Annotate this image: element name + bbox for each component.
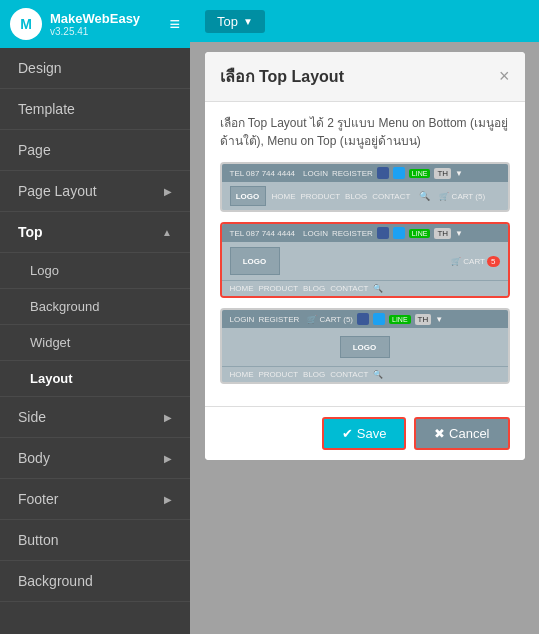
sidebar-item-label: Template: [18, 101, 75, 117]
login-text: LOGIN: [303, 229, 328, 238]
twitter-icon: [373, 313, 385, 325]
layout-modal: เลือก Top Layout × เลือก Top Layout ได้ …: [205, 52, 525, 460]
option2-middle: LOGO 🛒 CART 5: [222, 242, 508, 280]
twitter-icon: [393, 167, 405, 179]
sidebar-item-label: Footer: [18, 491, 58, 507]
cancel-button[interactable]: ✖ Cancel: [414, 417, 509, 450]
register-text: REGISTER: [332, 229, 373, 238]
modal-body: เลือก Top Layout ได้ 2 รูปแบบ Menu on Bo…: [205, 102, 525, 406]
sidebar-item-body[interactable]: Body ▶: [0, 438, 190, 479]
top-bar-label[interactable]: Top ▼: [205, 10, 265, 33]
modal-title: เลือก Top Layout: [220, 64, 344, 89]
flag-icon: TH: [434, 228, 451, 239]
sidebar-item-label: Side: [18, 409, 46, 425]
save-button[interactable]: ✔ Save: [322, 417, 406, 450]
sidebar-sub-label: Layout: [30, 371, 73, 386]
twitter-icon: [393, 227, 405, 239]
modal-footer: ✔ Save ✖ Cancel: [205, 406, 525, 460]
register-text: REGISTER: [258, 315, 299, 324]
chevron-up-icon: ▲: [162, 227, 172, 238]
sidebar-item-widget[interactable]: Widget: [0, 325, 190, 361]
logo-placeholder: LOGO: [230, 186, 266, 206]
login-text: LOGIN: [303, 169, 328, 178]
option3-nav: HOME PRODUCT BLOG CONTACT 🔍: [222, 366, 508, 382]
sidebar-item-label: Design: [18, 60, 62, 76]
sidebar-item-logo[interactable]: Logo: [0, 253, 190, 289]
facebook-icon: [377, 167, 389, 179]
sidebar-item-layout[interactable]: Layout: [0, 361, 190, 397]
layout-option-3[interactable]: LOGIN REGISTER 🛒 CART (5) LINE TH ▼ LOGO…: [220, 308, 510, 384]
layout-option-1[interactable]: TEL 087 744 4444 LOGIN REGISTER LINE TH …: [220, 162, 510, 212]
logo-placeholder: LOGO: [230, 247, 280, 275]
logo-placeholder: LOGO: [340, 336, 390, 358]
sidebar-item-button[interactable]: Button: [0, 520, 190, 561]
cart-text: 🛒 CART 5: [451, 257, 499, 266]
sidebar-item-design[interactable]: Design: [0, 48, 190, 89]
sidebar-item-side[interactable]: Side ▶: [0, 397, 190, 438]
option3-logo-row: LOGO: [222, 328, 508, 366]
dropdown-icon: ▼: [455, 169, 463, 178]
sidebar-nav: Design Template Page Page Layout ▶ Top ▲…: [0, 48, 190, 634]
flag-icon: TH: [415, 314, 432, 325]
line-badge: LINE: [409, 229, 431, 238]
option2-nav: HOME PRODUCT BLOG CONTACT 🔍: [222, 280, 508, 296]
sidebar-item-footer[interactable]: Footer ▶: [0, 479, 190, 520]
sidebar-item-template[interactable]: Template: [0, 89, 190, 130]
top-bar: Top ▼: [190, 0, 539, 42]
modal-header: เลือก Top Layout ×: [205, 52, 525, 102]
sidebar-header: M MakeWebEasy v3.25.41 ≡: [0, 0, 190, 48]
dropdown-icon: ▼: [455, 229, 463, 238]
sidebar-item-label: Page: [18, 142, 51, 158]
sidebar-item-background[interactable]: Background: [0, 289, 190, 325]
facebook-icon: [357, 313, 369, 325]
login-text: LOGIN: [230, 315, 255, 324]
option1-bar: TEL 087 744 4444 LOGIN REGISTER LINE TH …: [222, 164, 508, 182]
chevron-right-icon: ▶: [164, 186, 172, 197]
sidebar-item-label: Button: [18, 532, 58, 548]
sidebar-item-page-layout[interactable]: Page Layout ▶: [0, 171, 190, 212]
app-logo: M: [10, 8, 42, 40]
app-version: v3.25.41: [50, 26, 140, 37]
line-badge: LINE: [409, 169, 431, 178]
modal-description: เลือก Top Layout ได้ 2 รูปแบบ Menu on Bo…: [220, 114, 510, 150]
phone-text: TEL 087 744 4444: [230, 229, 296, 238]
layout-option-2[interactable]: TEL 087 744 4444 LOGIN REGISTER LINE TH …: [220, 222, 510, 298]
sidebar-item-top[interactable]: Top ▲: [0, 212, 190, 253]
main-content: Top ▼ เลือก Top Layout × เลือก Top Layou…: [190, 0, 539, 634]
caret-icon: ▼: [243, 16, 253, 27]
sidebar-item-label: Body: [18, 450, 50, 466]
sidebar-item-label: Top: [18, 224, 43, 240]
phone-text: TEL 087 744 4444: [230, 169, 296, 178]
cart-icon: 🛒 CART (5): [439, 192, 485, 201]
facebook-icon: [377, 227, 389, 239]
sidebar: M MakeWebEasy v3.25.41 ≡ Design Template…: [0, 0, 190, 634]
chevron-right-icon: ▶: [164, 412, 172, 423]
chevron-right-icon: ▶: [164, 494, 172, 505]
line-badge: LINE: [389, 315, 411, 324]
sidebar-sub-label: Logo: [30, 263, 59, 278]
app-title: MakeWebEasy v3.25.41: [50, 11, 140, 37]
sidebar-sub-label: Widget: [30, 335, 70, 350]
sidebar-item-label: Background: [18, 573, 93, 589]
modal-overlay: เลือก Top Layout × เลือก Top Layout ได้ …: [190, 42, 539, 634]
hamburger-icon[interactable]: ≡: [169, 14, 180, 35]
sidebar-item-page[interactable]: Page: [0, 130, 190, 171]
sidebar-item-background2[interactable]: Background: [0, 561, 190, 602]
search-icon: 🔍: [419, 191, 430, 201]
close-icon[interactable]: ×: [499, 66, 510, 87]
app-name: MakeWebEasy: [50, 11, 140, 26]
sidebar-item-label: Page Layout: [18, 183, 97, 199]
dropdown-icon: ▼: [435, 315, 443, 324]
flag-icon: TH: [434, 168, 451, 179]
cart-text: 🛒 CART (5): [307, 315, 353, 324]
chevron-right-icon: ▶: [164, 453, 172, 464]
nav-links: HOME PRODUCT BLOG CONTACT: [272, 192, 411, 201]
top-bar-text: Top: [217, 14, 238, 29]
register-text: REGISTER: [332, 169, 373, 178]
option3-bar: LOGIN REGISTER 🛒 CART (5) LINE TH ▼: [222, 310, 508, 328]
sidebar-sub-label: Background: [30, 299, 99, 314]
option1-main: LOGO HOME PRODUCT BLOG CONTACT 🔍 🛒 CART …: [222, 182, 508, 210]
option2-bar: TEL 087 744 4444 LOGIN REGISTER LINE TH …: [222, 224, 508, 242]
